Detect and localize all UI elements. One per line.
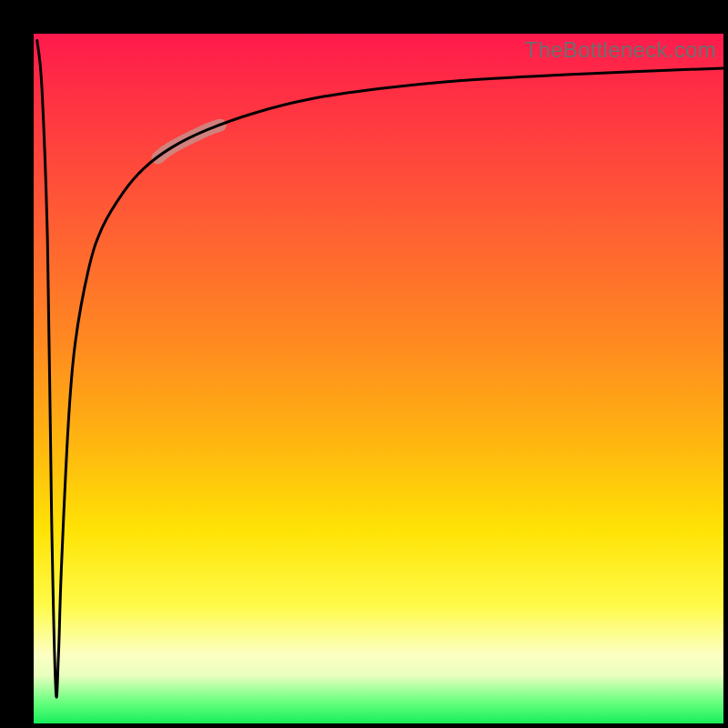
plot-area: TheBottleneck.com (34, 34, 723, 723)
curve-main-line (37, 41, 723, 697)
chart-frame: TheBottleneck.com (0, 0, 728, 728)
curve-highlight-segment (157, 126, 219, 158)
bottleneck-curve (34, 34, 723, 723)
